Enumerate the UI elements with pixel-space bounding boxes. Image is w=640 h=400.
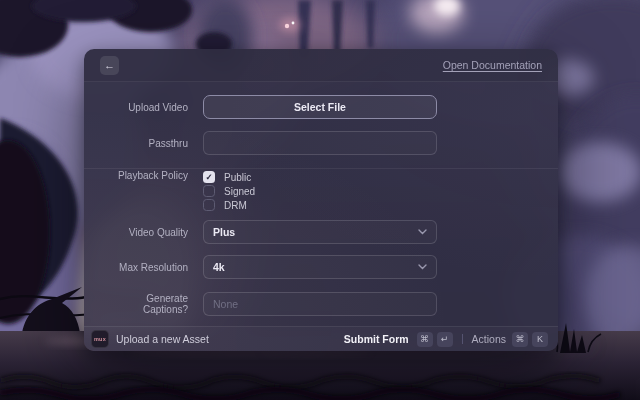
actions-button[interactable]: Actions ⌘ K	[472, 332, 548, 347]
dialog-header: ← Open Documentation	[84, 49, 558, 82]
footer-divider	[462, 334, 463, 344]
chevron-down-icon	[418, 264, 427, 270]
submit-form-label: Submit Form	[344, 333, 409, 345]
checkbox-signed[interactable]: Signed	[203, 184, 437, 198]
playback-policy-row: Playback Policy ✓ Public Signed DRM	[100, 170, 437, 212]
generate-captions-label: Generate Captions?	[100, 293, 188, 315]
passthru-input[interactable]	[203, 131, 437, 155]
playback-policy-label: Playback Policy	[100, 170, 188, 181]
video-quality-row: Video Quality Plus	[100, 220, 437, 244]
max-resolution-label: Max Resolution	[100, 262, 188, 273]
k-key-icon: K	[532, 332, 548, 347]
mux-logo-text: mux	[94, 336, 106, 342]
check-icon: ✓	[205, 173, 212, 182]
command-key-icon: ⌘	[512, 332, 528, 347]
checkbox-icon[interactable]: ✓	[203, 171, 215, 183]
upload-asset-dialog: ← Open Documentation Upload Video Select…	[84, 49, 558, 351]
checkbox-label: DRM	[224, 200, 247, 211]
submit-form-button[interactable]: Submit Form ⌘ ↵	[344, 332, 453, 347]
checkbox-drm[interactable]: DRM	[203, 198, 437, 212]
screen: ← Open Documentation Upload Video Select…	[0, 0, 640, 400]
actions-label: Actions	[472, 333, 506, 345]
checkbox-label: Public	[224, 172, 251, 183]
checkbox-icon[interactable]	[203, 185, 215, 197]
open-documentation-link[interactable]: Open Documentation	[443, 59, 542, 71]
chevron-down-icon	[418, 229, 427, 235]
generate-captions-row: Generate Captions?	[100, 292, 437, 316]
select-file-button[interactable]: Select File	[203, 95, 437, 119]
upload-video-row: Upload Video Select File	[100, 95, 437, 119]
enter-key-icon: ↵	[437, 332, 453, 347]
back-arrow-icon: ←	[104, 59, 115, 71]
upload-video-label: Upload Video	[100, 102, 188, 113]
passthru-label: Passthru	[100, 138, 188, 149]
video-quality-value: Plus	[213, 226, 235, 238]
back-button[interactable]: ←	[100, 56, 119, 75]
checkbox-label: Signed	[224, 186, 255, 197]
video-quality-select[interactable]: Plus	[203, 220, 437, 244]
mux-logo-icon: mux	[91, 330, 109, 348]
checkbox-public[interactable]: ✓ Public	[203, 170, 437, 184]
video-quality-label: Video Quality	[100, 227, 188, 238]
checkbox-icon[interactable]	[203, 199, 215, 211]
dialog-footer: mux Upload a new Asset Submit Form ⌘ ↵ A…	[84, 326, 558, 351]
passthru-row: Passthru	[100, 131, 437, 155]
command-key-icon: ⌘	[417, 332, 433, 347]
max-resolution-value: 4k	[213, 261, 225, 273]
generate-captions-input[interactable]	[203, 292, 437, 316]
max-resolution-select[interactable]: 4k	[203, 255, 437, 279]
dialog-title: Upload a new Asset	[116, 333, 209, 345]
section-divider	[84, 168, 558, 169]
max-resolution-row: Max Resolution 4k	[100, 255, 437, 279]
